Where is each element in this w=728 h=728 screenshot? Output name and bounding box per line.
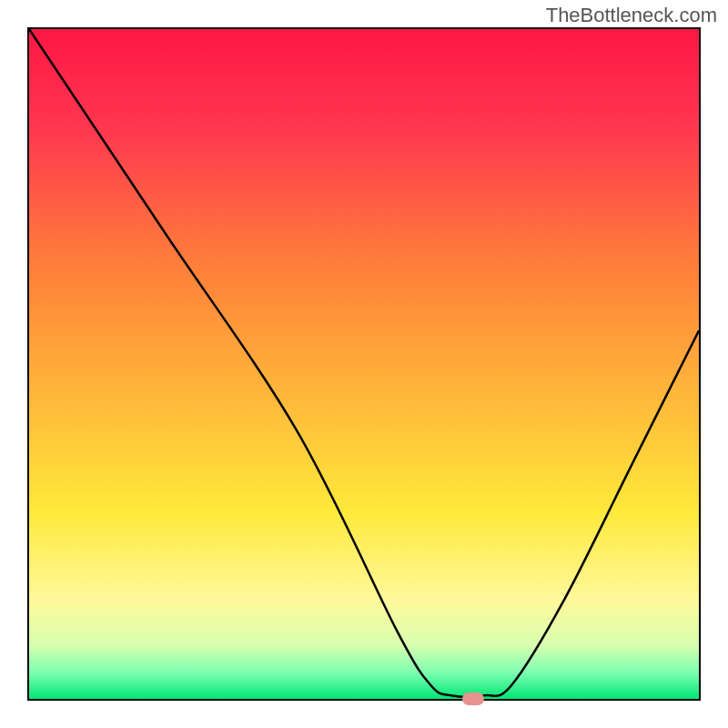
watermark-text: TheBottleneck.com	[546, 4, 717, 27]
bottleneck-curve	[29, 29, 699, 699]
optimum-marker	[462, 693, 484, 705]
chart-area	[27, 27, 701, 701]
